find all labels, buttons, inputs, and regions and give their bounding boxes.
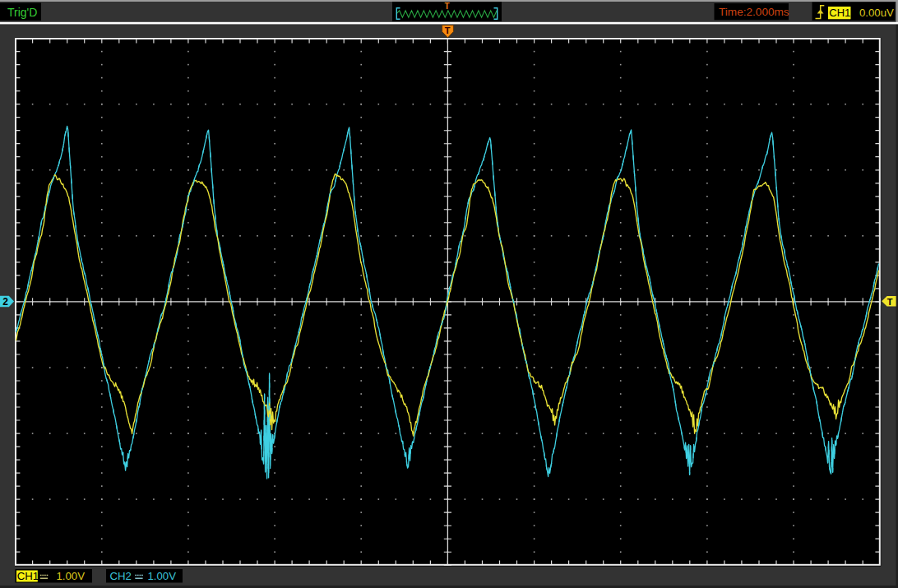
svg-text:CH1: CH1 <box>17 570 39 582</box>
svg-text:Time:2.000ms: Time:2.000ms <box>719 6 789 18</box>
svg-text:2: 2 <box>2 296 8 308</box>
svg-text:CH1: CH1 <box>829 7 850 19</box>
svg-text:1.00V: 1.00V <box>148 570 177 582</box>
svg-text:T: T <box>887 297 893 307</box>
svg-text:T: T <box>445 2 450 11</box>
svg-text:CH2: CH2 <box>110 570 132 582</box>
svg-text:0.00uV: 0.00uV <box>859 7 894 19</box>
svg-text:1.00V: 1.00V <box>57 570 86 582</box>
svg-text:T: T <box>445 25 451 35</box>
svg-text:Trig'D: Trig'D <box>7 6 37 19</box>
